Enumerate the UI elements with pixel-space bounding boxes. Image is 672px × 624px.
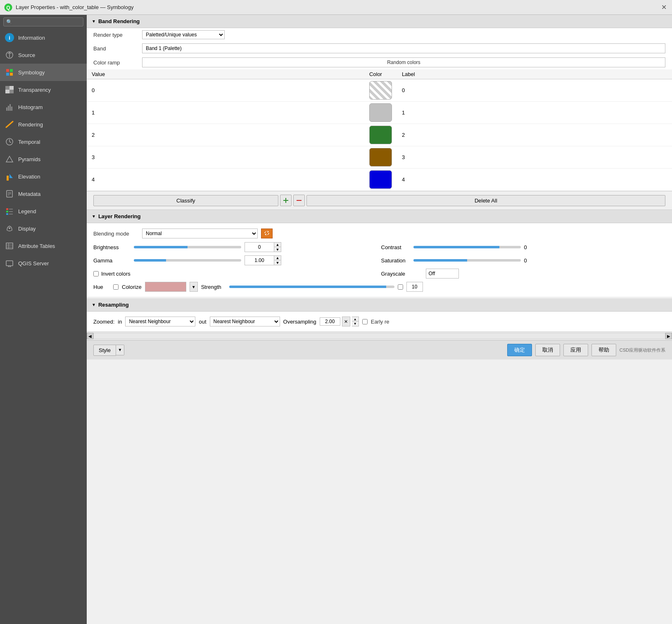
- hue-color-swatch[interactable]: [145, 282, 186, 292]
- band-input[interactable]: [142, 43, 665, 53]
- table-row[interactable]: 1 1: [87, 102, 672, 124]
- sidebar-item-pyramids[interactable]: Pyramids: [0, 150, 87, 168]
- sidebar-item-display[interactable]: Display: [0, 220, 87, 237]
- svg-rect-29: [6, 213, 8, 215]
- blending-mode-select[interactable]: Normal: [142, 229, 258, 238]
- sidebar-label-source: Source: [18, 52, 35, 58]
- sidebar-item-qgis-server[interactable]: QGIS Server: [0, 255, 87, 272]
- table-row[interactable]: 4 4: [87, 169, 672, 191]
- oversampling-label: Oversampling: [283, 319, 316, 325]
- color-ramp-bar[interactable]: Random colors: [142, 57, 665, 67]
- svg-line-19: [9, 142, 11, 143]
- contrast-slider[interactable]: [413, 246, 521, 248]
- grayscale-input[interactable]: [426, 269, 459, 279]
- style-button[interactable]: Style: [93, 345, 116, 356]
- colorize-checkbox[interactable]: [113, 284, 119, 290]
- brightness-label: Brightness: [93, 244, 131, 250]
- delete-all-button[interactable]: Delete All: [306, 195, 665, 206]
- render-type-select[interactable]: Paletted/Unique values: [142, 30, 225, 39]
- horizontal-scrollbar[interactable]: ◀ ▶: [87, 331, 672, 340]
- colorize-label: Colorize: [122, 284, 142, 290]
- resampling-zoomed-row: Zoomed: in Nearest Neighbour out Nearest…: [93, 315, 665, 328]
- invert-grayscale-row: Invert colors Grayscale: [93, 267, 665, 280]
- strength-checkbox[interactable]: [398, 284, 403, 290]
- sidebar: i Information Source Symbology: [0, 15, 87, 624]
- hue-dropdown[interactable]: ▼: [190, 282, 198, 292]
- strength-slider[interactable]: [229, 286, 394, 288]
- oversampling-down[interactable]: ▼: [352, 322, 359, 326]
- cancel-button[interactable]: 取消: [535, 344, 560, 356]
- band-rendering-header[interactable]: ▼ Band Rendering: [87, 15, 672, 28]
- gamma-up[interactable]: ▲: [274, 256, 281, 260]
- sidebar-item-attribute-tables[interactable]: Attribute Tables: [0, 237, 87, 255]
- strength-label: Strength: [201, 284, 226, 290]
- svg-rect-34: [6, 243, 13, 249]
- svg-rect-7: [10, 73, 13, 76]
- sidebar-item-elevation[interactable]: Elevation: [0, 168, 87, 185]
- cell-color-0[interactable]: [364, 79, 397, 102]
- scroll-track[interactable]: [93, 333, 665, 339]
- color-swatch-3: [369, 148, 392, 167]
- sidebar-item-transparency[interactable]: Transparency: [0, 81, 87, 98]
- scroll-left-button[interactable]: ◀: [87, 333, 93, 339]
- gamma-spinner[interactable]: ▲ ▼: [245, 255, 281, 265]
- out-select[interactable]: Nearest Neighbour: [210, 317, 280, 326]
- sidebar-item-legend[interactable]: Legend: [0, 202, 87, 220]
- table-row[interactable]: 2 2: [87, 124, 672, 146]
- source-icon: [5, 50, 14, 60]
- classify-button[interactable]: Classify: [93, 195, 278, 206]
- table-row[interactable]: 0 0: [87, 79, 672, 102]
- invert-colors-checkbox-row: Invert colors: [93, 269, 131, 279]
- saturation-slider[interactable]: [413, 259, 521, 262]
- style-dropdown[interactable]: ▼: [116, 345, 124, 355]
- orange-action-button[interactable]: [261, 229, 273, 238]
- sidebar-item-histogram[interactable]: Histogram: [0, 98, 87, 116]
- grayscale-label: Grayscale: [381, 271, 423, 277]
- sidebar-item-information[interactable]: i Information: [0, 29, 87, 46]
- sidebar-item-metadata[interactable]: Metadata: [0, 185, 87, 202]
- svg-point-33: [9, 227, 10, 229]
- sidebar-item-symbology[interactable]: Symbology: [0, 64, 87, 81]
- add-row-button[interactable]: [280, 195, 292, 206]
- oversampling-clear-button[interactable]: ✕: [342, 317, 350, 326]
- search-input[interactable]: [3, 17, 83, 26]
- brightness-input[interactable]: [245, 243, 274, 251]
- sidebar-item-temporal[interactable]: Temporal: [0, 133, 87, 150]
- cell-value-2: 2: [87, 124, 364, 146]
- scroll-right-button[interactable]: ▶: [665, 333, 672, 339]
- oversampling-input[interactable]: [320, 317, 340, 326]
- brightness-up[interactable]: ▲: [274, 243, 281, 247]
- brightness-spinner[interactable]: ▲ ▼: [245, 242, 281, 252]
- remove-row-button[interactable]: [293, 195, 305, 206]
- band-row: Band: [87, 41, 672, 55]
- sidebar-item-rendering[interactable]: Rendering: [0, 116, 87, 133]
- help-button[interactable]: 帮助: [591, 344, 616, 356]
- early-re-checkbox[interactable]: [362, 319, 368, 324]
- cell-color-3[interactable]: [364, 146, 397, 169]
- cell-color-1[interactable]: [364, 102, 397, 124]
- gamma-slider[interactable]: [134, 259, 241, 262]
- color-swatch-2: [369, 126, 392, 144]
- table-row[interactable]: 3 3: [87, 146, 672, 169]
- sidebar-item-source[interactable]: Source: [0, 46, 87, 64]
- brightness-down[interactable]: ▼: [274, 247, 281, 252]
- cell-color-2[interactable]: [364, 124, 397, 146]
- invert-colors-checkbox[interactable]: [93, 271, 99, 276]
- style-button-wrap: Style ▼: [93, 345, 124, 356]
- oversampling-up[interactable]: ▲: [352, 317, 359, 322]
- resampling-header[interactable]: ▼ Resampling: [87, 298, 672, 312]
- layer-rendering-header[interactable]: ▼ Layer Rendering: [87, 210, 672, 223]
- cell-color-4[interactable]: [364, 169, 397, 191]
- apply-button[interactable]: 应用: [563, 344, 588, 356]
- render-type-row: Render type Paletted/Unique values: [87, 28, 672, 41]
- metadata-icon: [5, 189, 14, 198]
- svg-rect-14: [9, 104, 11, 111]
- in-select[interactable]: Nearest Neighbour: [125, 317, 195, 326]
- brightness-slider[interactable]: [134, 246, 241, 248]
- close-button[interactable]: ✕: [660, 3, 668, 12]
- gamma-input[interactable]: [245, 257, 274, 264]
- ok-button[interactable]: 确定: [507, 344, 532, 356]
- strength-input[interactable]: [406, 282, 423, 292]
- layer-rendering-arrow: ▼: [92, 214, 96, 219]
- gamma-down[interactable]: ▼: [274, 260, 281, 265]
